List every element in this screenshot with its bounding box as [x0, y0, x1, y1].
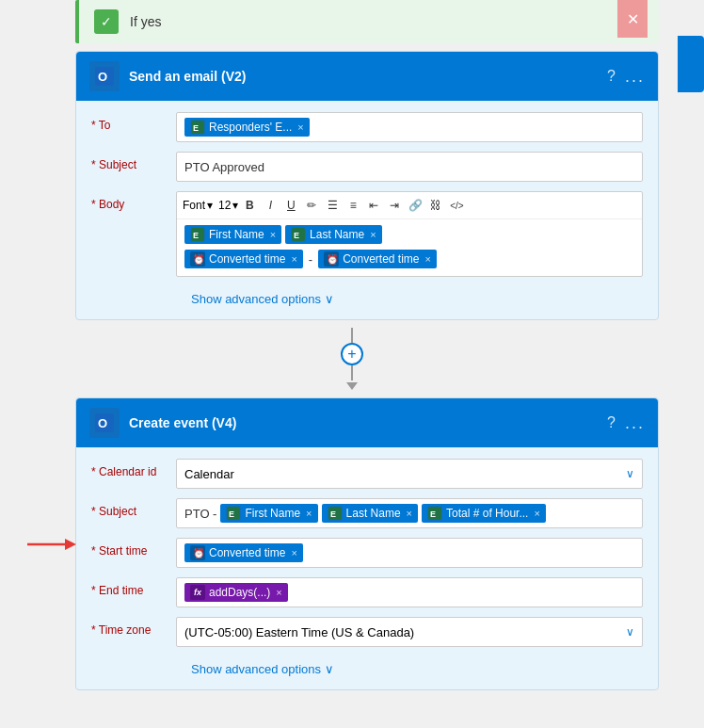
converted-time-1-icon: ⏰	[190, 251, 205, 267]
start-time-row: Start time ⏰ Converted time ×	[91, 538, 643, 568]
create-event-show-advanced-chevron: ∨	[325, 662, 334, 676]
subject-prefix-text: PTO -	[184, 507, 216, 521]
start-time-token-label: Converted time	[209, 546, 285, 559]
if-yes-close-button[interactable]: ✕	[617, 0, 648, 38]
last-name-token-icon: E	[291, 227, 306, 242]
create-event-card: O Create event (V4) ? ... Calendar id Ca…	[75, 397, 659, 690]
body-field-row: Body Font ▾ 12 ▾ B I U ✏	[91, 191, 643, 277]
create-event-subject-input[interactable]: PTO - E First Name × E Last Name ×	[176, 498, 643, 528]
subject-total-hours-token[interactable]: E Total # of Hour... ×	[422, 504, 546, 523]
send-email-title: Send an email (V2)	[129, 69, 607, 84]
subject-last-name-token[interactable]: E Last Name ×	[322, 504, 418, 523]
body-tokens-row-1: E First Name × E Last Name ×	[184, 225, 634, 244]
font-dropdown[interactable]: Font ▾	[183, 199, 213, 212]
start-time-input[interactable]: ⏰ Converted time ×	[176, 538, 643, 568]
end-time-fx-token[interactable]: fx addDays(...) ×	[184, 583, 288, 602]
end-time-fx-icon: fx	[190, 585, 205, 600]
list-bullet-button[interactable]: ☰	[323, 196, 342, 215]
to-token-close[interactable]: ×	[297, 121, 303, 133]
end-time-row: End time fx addDays(...) ×	[91, 577, 643, 607]
end-time-label: End time	[91, 577, 176, 597]
indent-right-button[interactable]: ⇥	[385, 196, 404, 215]
subject-first-name-close[interactable]: ×	[306, 508, 312, 519]
timezone-select[interactable]: (UTC-05:00) Eastern Time (US & Canada) ∨	[176, 617, 643, 647]
body-input[interactable]: Font ▾ 12 ▾ B I U ✏ ☰ ≡ ⇤	[176, 191, 643, 277]
subject-first-name-token[interactable]: E First Name ×	[220, 504, 317, 523]
body-content: E First Name × E Last Name ×	[177, 219, 642, 276]
calendar-chevron-icon: ∨	[626, 467, 634, 480]
last-name-token[interactable]: E Last Name ×	[285, 225, 381, 244]
svg-text:⏰: ⏰	[327, 253, 338, 266]
code-button[interactable]: </>	[447, 196, 466, 215]
first-name-token-close[interactable]: ×	[270, 229, 276, 240]
calendar-label: Calendar id	[91, 459, 176, 478]
converted-time-2-icon: ⏰	[324, 251, 339, 267]
converted-time-1-label: Converted time	[209, 252, 285, 266]
svg-text:O: O	[98, 416, 107, 430]
to-input[interactable]: E Responders' E... ×	[176, 112, 643, 142]
connector-plus-button[interactable]: +	[341, 343, 363, 365]
link-button[interactable]: 🔗	[406, 196, 424, 215]
to-responders-token[interactable]: E Responders' E... ×	[184, 118, 310, 137]
subject-label: Subject	[91, 152, 176, 171]
subject-input[interactable]: PTO Approved	[176, 152, 643, 182]
font-size-label: 12	[218, 199, 231, 212]
to-token-icon: E	[190, 120, 205, 135]
svg-text:O: O	[98, 70, 107, 84]
svg-text:E: E	[193, 231, 199, 240]
end-time-input[interactable]: fx addDays(...) ×	[176, 577, 643, 607]
indent-left-button[interactable]: ⇤	[364, 196, 383, 215]
first-name-token-label: First Name	[209, 228, 264, 241]
if-yes-label: If yes	[130, 14, 161, 29]
last-name-token-label: Last Name	[310, 228, 364, 241]
italic-button[interactable]: I	[261, 196, 280, 215]
send-email-show-advanced[interactable]: Show advanced options ∨	[191, 286, 643, 308]
send-email-card-body: To E Responders' E... × Subject PTO Appr…	[76, 101, 658, 319]
start-time-token[interactable]: ⏰ Converted time ×	[184, 543, 303, 562]
subject-total-hours-close[interactable]: ×	[534, 508, 539, 519]
send-email-help-button[interactable]: ?	[607, 68, 616, 85]
subject-first-name-label: First Name	[245, 507, 300, 520]
first-name-token[interactable]: E First Name ×	[184, 225, 281, 244]
create-event-show-advanced[interactable]: Show advanced options ∨	[191, 656, 643, 678]
send-email-more-button[interactable]: ...	[625, 67, 645, 87]
subject-last-name-close[interactable]: ×	[407, 508, 412, 519]
create-event-subject-label: Subject	[91, 498, 176, 518]
underline-button[interactable]: U	[281, 196, 300, 215]
calendar-field-row: Calendar id Calendar ∨	[91, 459, 643, 489]
connector-line-bottom	[351, 365, 353, 380]
create-event-more-button[interactable]: ...	[625, 413, 645, 433]
pen-button[interactable]: ✏	[302, 196, 321, 215]
converted-time-2-token[interactable]: ⏰ Converted time ×	[318, 250, 437, 268]
size-dropdown[interactable]: 12 ▾	[218, 199, 238, 212]
unlink-button[interactable]: ⛓	[426, 196, 445, 215]
svg-text:E: E	[330, 510, 336, 519]
create-event-help-button[interactable]: ?	[607, 414, 616, 431]
svg-text:E: E	[229, 510, 234, 519]
converted-time-1-close[interactable]: ×	[291, 253, 296, 265]
timezone-value: (UTC-05:00) Eastern Time (US & Canada)	[184, 625, 414, 639]
last-name-token-close[interactable]: ×	[370, 229, 376, 240]
subject-total-hours-label: Total # of Hour...	[446, 507, 528, 520]
to-token-label: Responders' E...	[209, 121, 292, 134]
subject-last-name-label: Last Name	[346, 507, 401, 520]
list-num-button[interactable]: ≡	[344, 196, 362, 215]
converted-time-2-close[interactable]: ×	[425, 253, 431, 265]
start-time-label: Start time	[91, 538, 176, 558]
start-time-token-close[interactable]: ×	[291, 547, 296, 558]
subject-last-name-icon: E	[328, 506, 343, 521]
converted-time-1-token[interactable]: ⏰ Converted time ×	[184, 250, 303, 268]
end-time-fx-close[interactable]: ×	[276, 587, 281, 598]
font-chevron-icon: ▾	[207, 199, 213, 212]
bold-button[interactable]: B	[240, 196, 259, 215]
svg-text:E: E	[430, 510, 436, 519]
create-event-card-header: O Create event (V4) ? ...	[76, 398, 658, 447]
red-arrow-icon	[27, 535, 76, 554]
if-yes-bar: ✓ If yes	[75, 0, 659, 43]
calendar-select[interactable]: Calendar ∨	[176, 459, 643, 489]
subject-field-row: Subject PTO Approved	[91, 152, 643, 182]
body-label: Body	[91, 191, 176, 211]
svg-text:⏰: ⏰	[193, 547, 204, 559]
if-yes-check-icon: ✓	[94, 9, 119, 34]
create-event-card-body: Calendar id Calendar ∨ Subject PTO - E F…	[76, 447, 658, 689]
